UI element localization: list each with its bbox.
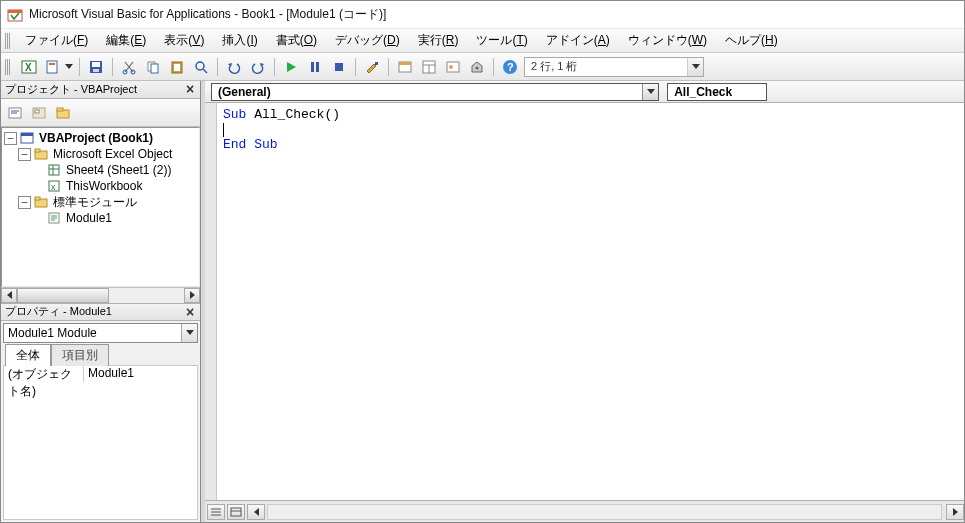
keyword-end-sub: End Sub xyxy=(223,137,278,152)
menu-help[interactable]: ヘルプ(H) xyxy=(717,30,786,51)
full-module-view-icon[interactable] xyxy=(227,504,245,520)
svg-rect-18 xyxy=(316,62,319,72)
tree-workbook-label: ThisWorkbook xyxy=(64,179,144,193)
svg-rect-39 xyxy=(21,133,33,136)
insert-module-icon[interactable] xyxy=(43,57,63,77)
object-procedure-bar: (General) All_Check xyxy=(205,81,964,103)
folder-icon xyxy=(33,194,49,210)
svg-rect-48 xyxy=(35,197,40,200)
tree-std-modules[interactable]: − 標準モジュール xyxy=(2,194,199,210)
svg-rect-8 xyxy=(93,69,99,72)
keyword-sub: Sub xyxy=(223,107,246,122)
menu-tools[interactable]: ツール(T) xyxy=(468,30,535,51)
menu-format[interactable]: 書式(O) xyxy=(268,30,325,51)
cut-icon[interactable] xyxy=(119,57,139,77)
code-text[interactable]: Sub All_Check() End Sub xyxy=(217,103,964,500)
svg-text:X: X xyxy=(25,62,32,73)
svg-rect-56 xyxy=(231,508,241,516)
properties-window-icon[interactable] xyxy=(419,57,439,77)
undo-icon[interactable] xyxy=(224,57,244,77)
position-dropdown-icon[interactable] xyxy=(687,58,703,76)
menu-edit[interactable]: 編集(E) xyxy=(98,30,154,51)
menu-window[interactable]: ウィンドウ(W) xyxy=(620,30,715,51)
titlebar: Microsoft Visual Basic for Applications … xyxy=(1,1,964,29)
redo-icon[interactable] xyxy=(248,57,268,77)
object-combo-text: (General) xyxy=(212,85,642,99)
tree-sheet-label: Sheet4 (Sheet1 (2)) xyxy=(64,163,173,177)
tab-alphabetic[interactable]: 全体 xyxy=(5,344,51,366)
scroll-right-icon[interactable] xyxy=(184,288,200,303)
property-value[interactable]: Module1 xyxy=(84,366,197,382)
code-gutter xyxy=(205,103,217,500)
break-icon[interactable] xyxy=(305,57,325,77)
view-code-icon[interactable] xyxy=(5,103,25,123)
tree-module1[interactable]: Module1 xyxy=(2,210,199,226)
menu-debug[interactable]: デバッグ(D) xyxy=(327,30,408,51)
svg-rect-42 xyxy=(49,165,59,175)
tree-workbook[interactable]: x ThisWorkbook xyxy=(2,178,199,194)
project-pane-title: プロジェクト - VBAProject × xyxy=(1,81,200,99)
svg-text:?: ? xyxy=(507,61,514,73)
run-icon[interactable] xyxy=(281,57,301,77)
find-icon[interactable] xyxy=(191,57,211,77)
svg-rect-14 xyxy=(174,64,180,71)
properties-grid[interactable]: (オブジェクト名) Module1 xyxy=(3,365,198,521)
properties-object-combo[interactable]: Module1 Module xyxy=(3,323,198,343)
project-toolbar xyxy=(1,99,200,127)
workbook-icon: x xyxy=(46,178,62,194)
scroll-left-icon[interactable] xyxy=(1,288,17,303)
object-browser-icon[interactable] xyxy=(443,57,463,77)
app-icon xyxy=(7,7,23,23)
menu-view[interactable]: 表示(V) xyxy=(156,30,212,51)
help-icon[interactable]: ? xyxy=(500,57,520,77)
object-combo[interactable]: (General) xyxy=(211,83,659,101)
scroll-thumb[interactable] xyxy=(17,288,109,303)
tree-excel-objects[interactable]: − Microsoft Excel Object xyxy=(2,146,199,162)
tab-categorized[interactable]: 項目別 xyxy=(51,344,109,366)
tree-sheet[interactable]: Sheet4 (Sheet1 (2)) xyxy=(2,162,199,178)
properties-tabs: 全体 項目別 xyxy=(1,345,200,365)
procedure-combo[interactable]: All_Check xyxy=(667,83,767,101)
project-pane-close-icon[interactable]: × xyxy=(182,81,198,97)
copy-icon[interactable] xyxy=(143,57,163,77)
toolbox-icon[interactable] xyxy=(467,57,487,77)
project-icon xyxy=(19,130,35,146)
module-icon xyxy=(46,210,62,226)
svg-rect-41 xyxy=(35,149,40,152)
position-box: 2 行, 1 桁 xyxy=(524,57,704,77)
tree-root[interactable]: − VBAProject (Book1) xyxy=(2,130,199,146)
procedure-view-icon[interactable] xyxy=(207,504,225,520)
toggle-folders-icon[interactable] xyxy=(53,103,73,123)
hscroll-right-icon[interactable] xyxy=(946,504,964,520)
save-icon[interactable] xyxy=(86,57,106,77)
toolbar-handle[interactable] xyxy=(5,59,11,75)
paste-icon[interactable] xyxy=(167,57,187,77)
project-explorer-icon[interactable] xyxy=(395,57,415,77)
scroll-track[interactable] xyxy=(17,288,184,303)
menu-run[interactable]: 実行(R) xyxy=(410,30,467,51)
combo-dropdown-icon[interactable] xyxy=(181,324,197,342)
project-tree[interactable]: − VBAProject (Book1) − Microsoft Excel O… xyxy=(1,127,200,287)
hscroll-left-icon[interactable] xyxy=(247,504,265,520)
tree-excel-objects-label: Microsoft Excel Object xyxy=(51,147,174,161)
tree-module1-label: Module1 xyxy=(64,211,114,225)
menu-insert[interactable]: 挿入(I) xyxy=(214,30,265,51)
menubar: ファイル(F) 編集(E) 表示(V) 挿入(I) 書式(O) デバッグ(D) … xyxy=(1,29,964,53)
svg-point-27 xyxy=(449,65,453,69)
design-mode-icon[interactable] xyxy=(362,57,382,77)
hscroll-track[interactable] xyxy=(267,504,942,520)
svg-rect-37 xyxy=(57,108,63,111)
excel-icon[interactable]: X xyxy=(19,57,39,77)
menu-file[interactable]: ファイル(F) xyxy=(17,30,96,51)
project-hscroll[interactable] xyxy=(1,287,200,303)
view-object-icon[interactable] xyxy=(29,103,49,123)
menubar-handle[interactable] xyxy=(5,33,11,49)
menu-addins[interactable]: アドイン(A) xyxy=(538,30,618,51)
property-row[interactable]: (オブジェクト名) Module1 xyxy=(4,366,197,382)
insert-dropdown-icon[interactable] xyxy=(65,64,73,69)
code-editor[interactable]: Sub All_Check() End Sub xyxy=(205,103,964,500)
reset-icon[interactable] xyxy=(329,57,349,77)
object-combo-dropdown-icon[interactable] xyxy=(642,84,658,100)
svg-rect-4 xyxy=(47,61,57,73)
properties-pane-close-icon[interactable]: × xyxy=(182,304,198,320)
